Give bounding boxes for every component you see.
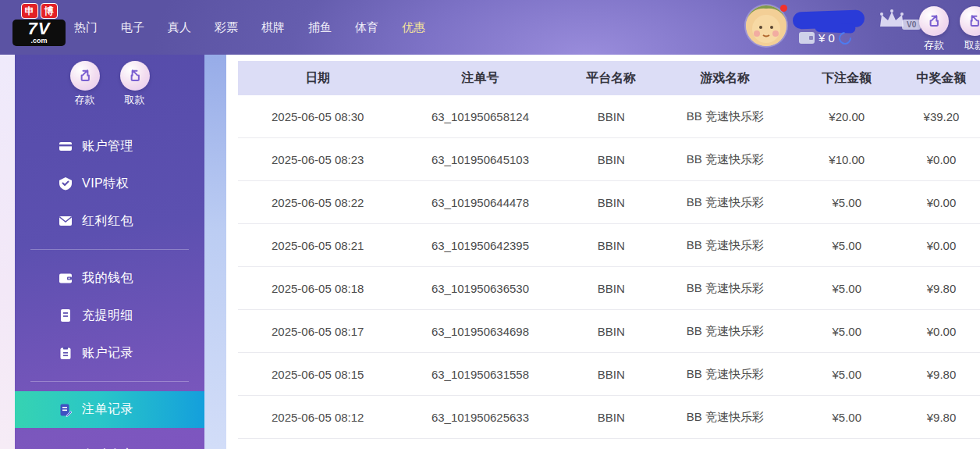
app: 申 博 7V .com 热门电子真人彩票棋牌捕鱼体育优惠	[0, 0, 980, 449]
sidebar-item-account-records[interactable]: 账户记录	[15, 334, 204, 372]
balance-amount: ¥ 0	[818, 31, 835, 45]
table-cell: 63_101950645103	[397, 153, 563, 166]
table-cell: 63_101950634698	[397, 325, 563, 338]
table-cell: BBIN	[563, 196, 660, 209]
vip-badge[interactable]: V0	[875, 8, 921, 31]
table-cell: BB 竞速快乐彩	[659, 195, 790, 210]
table-cell: ¥5.00	[790, 239, 903, 252]
column-header: 日期	[238, 70, 397, 87]
avatar-image	[746, 5, 786, 46]
table-row: 2025-06-05 08:2263_101950644478BBINBB 竞速…	[238, 181, 980, 224]
table-cell: ¥0.00	[903, 196, 980, 209]
table-cell: ¥0.00	[903, 239, 980, 252]
vip-icon	[59, 176, 73, 191]
table-row: 2025-06-05 08:1863_101950636530BBINBB 竞速…	[238, 267, 980, 310]
sidebar-edge-decor	[204, 55, 226, 449]
header-withdraw-button[interactable]: 取款	[957, 6, 980, 52]
table-cell: 2025-06-05 08:21	[238, 239, 397, 252]
sidebar-item-vip[interactable]: VIP特权	[15, 165, 204, 202]
table-cell: BB 竞速快乐彩	[659, 367, 790, 382]
table-cell: 63_101950644478	[397, 196, 563, 209]
sidebar-item-deposit-withdraw-details[interactable]: 充提明细	[15, 297, 204, 334]
sidebar-item-account-management[interactable]: 账户管理	[15, 127, 204, 165]
column-header: 平台名称	[563, 70, 660, 87]
site-logo[interactable]: 申 博 7V .com	[12, 3, 66, 46]
menu-divider	[30, 249, 189, 250]
sidebar-withdraw-button[interactable]: 取款	[120, 61, 150, 107]
main-content: 日期注单号平台名称游戏名称下注金额中奖金额 2025-06-05 08:3063…	[238, 55, 980, 449]
bet-record-icon	[59, 403, 73, 417]
table-cell: 2025-06-05 08:22	[238, 196, 397, 209]
sidebar-item-financial-account[interactable]: 金融账户	[15, 436, 204, 449]
wallet-icon	[799, 32, 815, 44]
table-cell: BB 竞速快乐彩	[659, 281, 790, 296]
sidebar-item-my-wallet[interactable]: 我的钱包	[15, 259, 204, 297]
username-redacted	[793, 9, 865, 29]
deposit-icon	[919, 6, 949, 36]
nav-item[interactable]: 热门	[62, 20, 109, 35]
sidebar-item-bonus[interactable]: 红利红包	[15, 202, 204, 240]
table-cell: 2025-06-05 08:18	[238, 282, 397, 295]
avatar[interactable]	[746, 5, 786, 46]
withdraw-icon	[120, 61, 150, 91]
wallet-icon	[59, 271, 73, 285]
table-cell: ¥39.20	[903, 110, 980, 123]
nav-item[interactable]: 彩票	[203, 20, 250, 35]
table-cell: BB 竞速快乐彩	[659, 109, 790, 124]
table-cell: 63_101950631558	[397, 368, 563, 381]
table-cell: ¥5.00	[790, 411, 903, 424]
sidebar-menu: 账户管理 VIP特权 红利红包	[15, 127, 204, 449]
body: 存款 取款 账户管理	[0, 55, 980, 449]
table-cell: ¥0.00	[903, 153, 980, 166]
table-cell: 2025-06-05 08:30	[238, 110, 397, 123]
table-cell: BBIN	[563, 368, 660, 381]
table-cell: ¥10.00	[790, 153, 903, 166]
logo-mark: 7V .com	[12, 20, 66, 46]
document-icon	[59, 308, 73, 322]
table-cell: ¥20.00	[790, 110, 903, 123]
table-row: 2025-06-05 08:1763_101950634698BBINBB 竞速…	[238, 310, 980, 353]
table-cell: ¥5.00	[790, 196, 903, 209]
deposit-icon	[70, 61, 100, 91]
table-cell: ¥5.00	[790, 368, 903, 381]
nav-item[interactable]: 优惠	[390, 20, 437, 35]
table-header-row: 日期注单号平台名称游戏名称下注金额中奖金额	[238, 61, 980, 95]
left-decor-strip	[0, 55, 15, 449]
table-row: 2025-06-05 08:3063_101950658124BBINBB 竞速…	[238, 95, 980, 138]
table-cell: BB 竞速快乐彩	[659, 238, 790, 253]
nav-item[interactable]: 真人	[156, 20, 203, 35]
table-cell: BB 竞速快乐彩	[659, 324, 790, 339]
sidebar-deposit-button[interactable]: 存款	[70, 61, 100, 107]
table-cell: BBIN	[563, 325, 660, 338]
nav-item[interactable]: 电子	[109, 20, 156, 35]
nav-item[interactable]: 棋牌	[250, 20, 296, 35]
header-deposit-button[interactable]: 存款	[916, 6, 952, 52]
nav-item[interactable]: 捕鱼	[296, 20, 343, 35]
table-cell: ¥0.00	[903, 325, 980, 338]
table-cell: 63_101950658124	[397, 110, 563, 123]
column-header: 下注金额	[790, 70, 903, 87]
table-cell: ¥5.00	[790, 282, 903, 295]
table-row: 2025-06-05 08:1263_101950625633BBINBB 竞速…	[238, 396, 980, 439]
balance-row: ¥ 0	[799, 31, 851, 45]
sidebar-quick-actions: 存款 取款	[15, 55, 204, 107]
table-cell: 63_101950625633	[397, 411, 563, 424]
table-cell: BBIN	[563, 411, 660, 424]
table-row: 2025-06-05 08:1563_101950631558BBINBB 竞速…	[238, 353, 980, 396]
logo-badges: 申 博	[12, 3, 66, 19]
table-cell: 2025-06-05 08:12	[238, 411, 397, 424]
gap	[226, 55, 238, 449]
table-cell: BBIN	[563, 239, 660, 252]
table-cell: BB 竞速快乐彩	[659, 152, 790, 167]
refresh-icon[interactable]	[836, 29, 854, 47]
nav-item[interactable]: 体育	[343, 20, 390, 35]
table-cell: ¥5.00	[790, 325, 903, 338]
table-cell: ¥9.80	[903, 368, 980, 381]
top-header: 申 博 7V .com 热门电子真人彩票棋牌捕鱼体育优惠	[0, 0, 980, 55]
table-cell: 2025-06-05 08:17	[238, 325, 397, 338]
table-cell: ¥9.80	[903, 411, 980, 424]
main-nav: 热门电子真人彩票棋牌捕鱼体育优惠	[62, 0, 437, 55]
sidebar: 存款 取款 账户管理	[15, 55, 204, 449]
sidebar-item-bet-records[interactable]: 注单记录	[15, 391, 204, 428]
bet-records-table: 日期注单号平台名称游戏名称下注金额中奖金额 2025-06-05 08:3063…	[238, 61, 980, 439]
